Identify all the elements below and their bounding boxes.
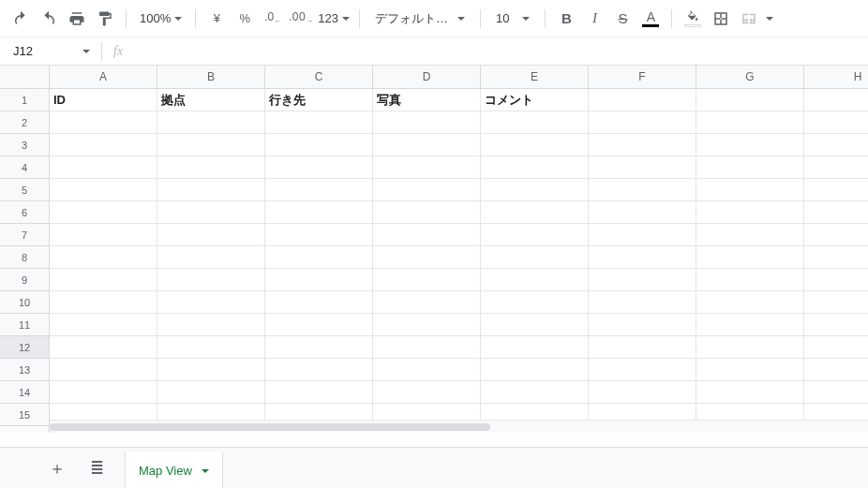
cell[interactable] [589,269,696,291]
cell[interactable] [265,179,373,201]
cell[interactable] [589,381,696,404]
cell[interactable] [373,381,481,404]
row-header[interactable]: 3 [0,134,50,156]
formula-input[interactable] [134,40,861,63]
cell[interactable] [696,246,804,269]
cell[interactable] [481,111,589,134]
cell[interactable] [265,359,373,381]
all-sheets-button[interactable]: ≣ [86,454,108,482]
cell[interactable] [481,224,589,246]
cell[interactable] [265,134,373,156]
cell[interactable] [50,381,157,404]
cell[interactable] [157,224,265,246]
strike-button[interactable]: S [609,6,636,32]
font-dropdown[interactable]: デフォルト… [367,10,472,27]
horizontal-scrollbar[interactable] [50,420,868,433]
cell[interactable] [696,291,804,314]
cell[interactable] [804,111,868,134]
column-header[interactable]: A [50,66,157,89]
cell[interactable] [265,291,373,314]
currency-button[interactable]: ¥ [203,6,230,32]
cell[interactable] [265,314,373,336]
print-button[interactable] [64,6,90,32]
merge-cells-button[interactable] [736,6,762,32]
scrollbar-thumb[interactable] [50,423,490,431]
row-header[interactable]: 15 [0,404,50,426]
cell[interactable] [481,201,589,224]
cell[interactable] [481,359,589,381]
borders-button[interactable] [708,6,734,32]
cell[interactable] [804,201,868,224]
cell[interactable] [157,314,265,336]
cell[interactable] [50,359,157,381]
cell[interactable] [589,134,696,156]
cell[interactable] [373,156,481,179]
sheet-tab-active[interactable]: Map View [125,451,223,489]
select-all-corner[interactable] [0,66,50,89]
row-header[interactable]: 11 [0,314,50,336]
cell[interactable] [696,359,804,381]
cell[interactable] [696,134,804,156]
percent-button[interactable]: % [232,6,258,32]
cell[interactable] [696,201,804,224]
cell[interactable] [157,336,265,359]
cell[interactable] [50,336,157,359]
add-sheet-button[interactable]: ＋ [45,453,69,483]
row-header[interactable]: 5 [0,179,50,201]
cell[interactable] [481,246,589,269]
column-header[interactable]: H [804,66,868,89]
cell[interactable] [265,224,373,246]
cell[interactable] [265,246,373,269]
cell[interactable] [696,89,804,111]
cell[interactable] [589,314,696,336]
font-size-dropdown[interactable]: 10 [488,11,537,25]
increase-decimals-button[interactable]: .00→ [288,6,314,32]
cell[interactable] [157,359,265,381]
undo-button[interactable] [7,6,34,32]
cell[interactable] [373,224,481,246]
cell[interactable] [50,269,157,291]
cell[interactable] [804,224,868,246]
cell[interactable] [265,381,373,404]
cell[interactable] [696,111,804,134]
row-header[interactable]: 16 [0,426,50,433]
column-header[interactable]: D [373,66,481,89]
cell[interactable] [50,246,157,269]
cell[interactable] [265,269,373,291]
name-box[interactable]: J12 [7,42,96,60]
cell[interactable] [373,179,481,201]
cell[interactable] [373,111,481,134]
redo-button[interactable] [36,6,62,32]
cell[interactable] [696,179,804,201]
row-header[interactable]: 8 [0,246,50,269]
cell[interactable] [589,179,696,201]
row-header[interactable]: 14 [0,381,50,404]
column-header[interactable]: E [481,66,589,89]
cell[interactable]: 拠点 [157,89,265,111]
cell[interactable] [481,269,589,291]
cell[interactable] [50,111,157,134]
cell[interactable] [157,156,265,179]
text-color-button[interactable]: A [637,6,664,32]
cell[interactable] [373,269,481,291]
cell[interactable] [696,224,804,246]
cell[interactable] [696,156,804,179]
cell[interactable] [481,381,589,404]
column-header[interactable]: B [157,66,265,89]
cell[interactable] [804,336,868,359]
decrease-decimals-button[interactable]: .0← [260,6,286,32]
cell[interactable] [373,336,481,359]
cell[interactable] [589,336,696,359]
cell[interactable] [589,89,696,111]
cell[interactable] [373,359,481,381]
cell[interactable] [804,156,868,179]
cell[interactable] [804,134,868,156]
cell[interactable] [481,156,589,179]
row-header[interactable]: 7 [0,224,50,246]
cell[interactable] [265,111,373,134]
italic-button[interactable]: I [581,6,607,32]
cell[interactable] [804,359,868,381]
cell[interactable] [589,156,696,179]
cell[interactable] [696,314,804,336]
cell[interactable] [157,111,265,134]
